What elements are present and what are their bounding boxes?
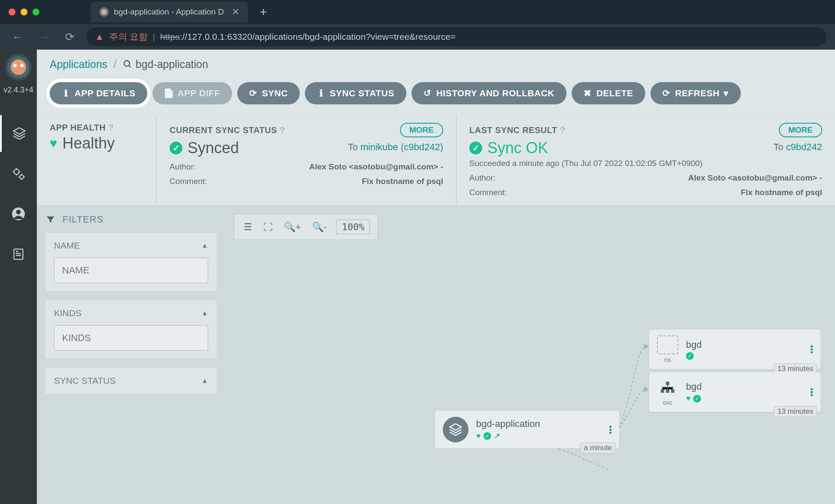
- browser-tab[interactable]: bgd-application - Application D ✕: [91, 2, 248, 22]
- refresh-button[interactable]: ⟳ REFRESH ▾: [650, 82, 741, 104]
- url-input[interactable]: ▲ 주의 요함 | https://127.0.0.1:63320/applic…: [86, 27, 826, 46]
- result-target: To c9bd242: [773, 142, 822, 153]
- external-link-icon[interactable]: ↗: [494, 431, 500, 441]
- argocd-favicon-icon: [99, 7, 109, 17]
- resource-tree[interactable]: ☰ ⛶ 🔍+ 🔍- 100%: [225, 205, 835, 504]
- filter-kinds-card: KINDS ▲: [45, 300, 217, 359]
- window-close-icon[interactable]: [9, 9, 15, 15]
- url-separator: |: [153, 32, 155, 42]
- url-path: ://127.0.0.1:63320/applications/bgd-appl…: [180, 32, 456, 42]
- node-kind-svc: svc: [663, 399, 673, 406]
- argocd-logo-icon[interactable]: [5, 54, 32, 80]
- check-circle-icon: ✓: [170, 142, 182, 154]
- delete-label: DELETE: [596, 88, 633, 98]
- app-details-label: APP DETAILS: [75, 88, 135, 98]
- sync-author-row: Author: Alex Soto <asotobu@gmail.com> -: [170, 162, 443, 172]
- breadcrumb-applications-link[interactable]: Applications: [50, 58, 107, 71]
- layers-icon: [12, 126, 27, 141]
- heart-icon: ♥: [50, 136, 57, 151]
- sync-target-link[interactable]: minikube (c9bd242): [361, 142, 443, 152]
- info-icon: ℹ: [62, 89, 70, 98]
- search-icon: [123, 59, 132, 69]
- back-button[interactable]: ←: [9, 29, 27, 45]
- delete-button[interactable]: ✖ DELETE: [572, 82, 645, 104]
- node-menu-button[interactable]: [609, 426, 611, 434]
- window-maximize-icon[interactable]: [33, 9, 39, 15]
- svg-rect-10: [661, 389, 664, 393]
- app-health-block: APP HEALTH ? ♥ Healthy: [37, 115, 157, 205]
- main-content: Applications / bgd-application ℹ APP DET…: [37, 50, 835, 504]
- check-circle-icon: ✓: [469, 142, 482, 154]
- filters-panel: FILTERS NAME ▲ KINDS ▲: [37, 205, 225, 504]
- namespace-node[interactable]: ns bgd ✓ 13 minutes: [649, 329, 820, 369]
- settings-gears-icon: [11, 166, 26, 181]
- last-sync-label: LAST SYNC RESULT ?: [469, 125, 565, 135]
- sidebar-item-settings[interactable]: [0, 155, 37, 192]
- fit-view-icon[interactable]: ⛶: [262, 220, 274, 234]
- filter-name-input[interactable]: [54, 258, 208, 283]
- collapse-icon[interactable]: ▲: [201, 309, 208, 317]
- svg-point-0: [14, 169, 19, 175]
- refresh-icon: ⟳: [662, 89, 671, 98]
- app-node[interactable]: bgd-application ♥ ✓ ↗ a minute: [435, 411, 619, 448]
- app-node-name: bgd-application: [476, 418, 602, 430]
- sidebar-item-applications[interactable]: [0, 115, 37, 152]
- sidebar: v2.4.3+4 ?: [0, 50, 37, 504]
- zoom-out-icon[interactable]: 🔍-: [310, 220, 328, 234]
- breadcrumb: Applications / bgd-application: [37, 50, 835, 74]
- forward-button[interactable]: →: [35, 29, 53, 45]
- tree-view-icon[interactable]: ☰: [242, 220, 254, 234]
- collapse-icon[interactable]: ▲: [201, 377, 208, 385]
- ns-node-name: bgd: [686, 339, 803, 350]
- collapse-icon[interactable]: ▲: [201, 242, 208, 249]
- breadcrumb-app-name: bgd-application: [136, 58, 209, 71]
- new-tab-button[interactable]: +: [260, 5, 267, 19]
- svg-rect-11: [666, 389, 669, 393]
- svg-text:?: ?: [17, 249, 19, 254]
- help-icon[interactable]: ?: [108, 123, 114, 133]
- check-circle-icon: ✓: [693, 395, 701, 403]
- history-rollback-button[interactable]: ↺ HISTORY AND ROLLBACK: [412, 82, 567, 104]
- result-succeeded-text: Succeeded a minute ago (Thu Jul 07 2022 …: [469, 159, 822, 168]
- filter-name-label: NAME: [54, 240, 80, 251]
- url-scheme: https: [160, 32, 180, 42]
- node-menu-button[interactable]: [811, 388, 813, 396]
- sync-comment-row: Comment: Fix hostname of psql: [170, 177, 443, 186]
- result-author-row: Author: Alex Soto <asotobu@gmail.com> -: [469, 173, 822, 183]
- svc-node-name: bgd: [686, 381, 803, 392]
- window-minimize-icon[interactable]: [21, 9, 27, 15]
- sync-status-button[interactable]: ℹ SYNC STATUS: [305, 82, 406, 104]
- sync-more-button[interactable]: MORE: [400, 123, 443, 137]
- sync-icon: ⟳: [249, 89, 258, 98]
- reload-button[interactable]: ⟳: [62, 29, 78, 45]
- address-bar: ← → ⟳ ▲ 주의 요함 | https://127.0.0.1:63320/…: [0, 24, 835, 50]
- dropdown-caret-icon: ▾: [724, 88, 729, 98]
- app-toolbar: ℹ APP DETAILS 📄 APP DIFF ⟳ SYNC ℹ SYNC S…: [37, 74, 835, 115]
- zoom-level[interactable]: 100%: [336, 219, 370, 234]
- sidebar-item-docs[interactable]: ?: [0, 236, 37, 273]
- tab-bar: bgd-application - Application D ✕ +: [0, 0, 835, 24]
- help-icon[interactable]: ?: [280, 125, 285, 135]
- result-more-button[interactable]: MORE: [779, 123, 822, 137]
- service-node[interactable]: svc bgd ♥ ✓ 13 minutes: [649, 372, 820, 412]
- filter-name-card: NAME ▲: [45, 233, 217, 291]
- app-details-button[interactable]: ℹ APP DETAILS: [50, 82, 147, 104]
- node-age-badge: 13 minutes: [774, 406, 817, 417]
- app-diff-button[interactable]: 📄 APP DIFF: [152, 82, 232, 104]
- node-age-badge: a minute: [580, 442, 616, 454]
- help-icon[interactable]: ?: [560, 125, 565, 135]
- filter-kinds-input[interactable]: [54, 325, 208, 351]
- app-diff-label: APP DIFF: [177, 88, 220, 98]
- sidebar-item-user[interactable]: [0, 196, 37, 232]
- node-menu-button[interactable]: [811, 345, 813, 353]
- info-icon: ℹ: [317, 89, 325, 98]
- tree-toolbar: ☰ ⛶ 🔍+ 🔍- 100%: [234, 214, 378, 240]
- node-kind-ns: ns: [664, 356, 671, 363]
- svg-point-3: [16, 210, 21, 214]
- result-target-link[interactable]: c9bd242: [786, 142, 822, 152]
- sync-button[interactable]: ⟳ SYNC: [237, 82, 300, 104]
- delete-icon: ✖: [584, 89, 592, 98]
- tab-close-icon[interactable]: ✕: [232, 6, 239, 18]
- zoom-in-icon[interactable]: 🔍+: [282, 220, 303, 234]
- application-icon: [443, 417, 468, 442]
